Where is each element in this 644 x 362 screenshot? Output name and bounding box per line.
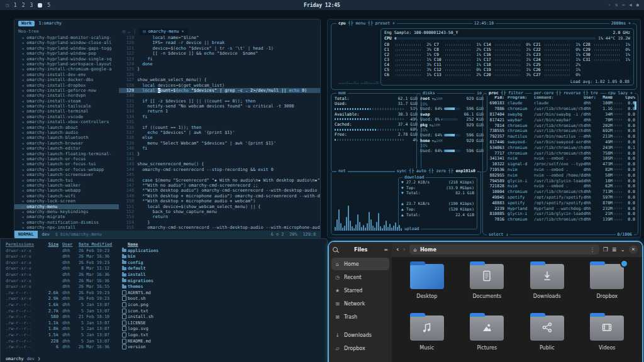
core-row[interactable]: C21% <box>384 52 431 57</box>
tree-item[interactable]: ▪omarchy-lock-screen <box>14 199 119 204</box>
file-row[interactable]: drwxr-xr-xdhh26 Mar 16:55themes <box>6 284 327 290</box>
net-graph-bar[interactable] <box>369 212 370 231</box>
net-graph-bar[interactable] <box>338 209 340 231</box>
disk-used-row[interactable]: Used: 64%596 GiB <box>420 106 484 112</box>
core-row[interactable]: C311% <box>583 57 630 62</box>
net-graph-bar[interactable] <box>335 227 336 231</box>
back-button[interactable]: ‹ <box>396 246 399 253</box>
core-row[interactable]: C211% <box>533 42 580 47</box>
proc-row[interactable]: 792357nautilus/usr/bin/nautilus --nedhh2… <box>483 134 638 140</box>
code-line[interactable]: 150 *"With desktop + microphone audio + … <box>119 199 320 204</box>
mem-stat[interactable]: Available:30.3 GiB <box>335 112 418 117</box>
code-line[interactable]: 133 return 1 <box>119 109 320 114</box>
proc-row[interactable]: 10004chromium/usr/lib/chromium/chrodhh71… <box>483 189 638 195</box>
core-row[interactable]: C120% <box>434 67 481 72</box>
folder-item-public[interactable]: Public <box>517 312 577 362</box>
proc-row[interactable]: 534863chromium/usr/lib/chromium/chrodhh2… <box>483 145 638 150</box>
disk-io-label[interactable]: IO% <box>420 102 484 106</box>
core-column[interactable]: C281%C290%C301%C311% <box>583 42 630 77</box>
net-graph-bar[interactable] <box>340 223 341 231</box>
core-row[interactable]: C171% <box>484 57 531 62</box>
new-folder-button[interactable]: ❐ <box>603 246 608 253</box>
net-graph-bar[interactable] <box>353 228 355 231</box>
code-line[interactable]: 138 else <box>119 135 320 140</box>
updates-icon[interactable]: ⇅ <box>615 3 618 8</box>
code-line[interactable]: 146 case $(menu "Screenrecord" "▪ With n… <box>119 178 320 183</box>
code-line[interactable]: 131 if [[ -z $devices ]] || ((count == 0… <box>119 99 320 104</box>
net-stat-line[interactable]: ▲Top:(520 Kibps) <box>401 207 474 212</box>
tree-item[interactable]: ▪omarchy-menu-keybindings <box>14 209 119 214</box>
session-badge[interactable]: Work <box>18 21 35 26</box>
folder-item-dropbox[interactable]: Dropbox <box>577 261 638 312</box>
kebab-menu-icon[interactable]: ⋮ <box>590 247 595 253</box>
core-row[interactable]: C31% <box>384 57 431 62</box>
tree-item[interactable]: ▪omarchy-launch-or-focus <box>14 156 119 162</box>
sidebar-item-network[interactable]: ⊞Network <box>331 297 389 310</box>
net-graph-bar[interactable] <box>391 228 392 231</box>
net-graph-bar[interactable] <box>342 228 343 231</box>
folder-item-music[interactable]: Music <box>397 312 457 362</box>
net-stat-line[interactable]: ▼Top:(33.9 Mibps) <box>401 185 474 191</box>
code-line[interactable]: 151 local device=$(show_webcam_select_me… <box>119 204 320 209</box>
tree-item[interactable]: ▪omarchy-launch-bluetooth <box>14 135 119 140</box>
disk-io-label[interactable]: IO% <box>420 143 484 148</box>
buffer-close-icon[interactable]: × <box>182 29 184 34</box>
core-row[interactable]: C191% <box>484 67 531 72</box>
core-row[interactable]: C132% <box>434 72 481 77</box>
core-row[interactable]: C261% <box>533 67 580 72</box>
tree-item[interactable]: ▪omarchy-launch-browser <box>14 141 119 146</box>
tree-item[interactable]: ▪omarchy-hyprland-workspace-layout <box>14 62 119 67</box>
disks-chip[interactable]: disks <box>421 90 437 96</box>
core-row[interactable]: C111% <box>434 62 481 67</box>
proc-row[interactable]: 48883spotify/opt/spotify/spotifydhh870M0… <box>483 200 638 206</box>
core-row[interactable]: C82% <box>434 47 481 52</box>
net-graph-bar[interactable] <box>344 226 345 231</box>
proc-sort-chip[interactable]: cpu lazy + <box>606 90 635 96</box>
tree-item[interactable]: ▪omarchy-hyprland-window-single-sq <box>14 57 119 62</box>
proc-row[interactable]: 817421waybar/usr/bin/waybardhh70M0.0 <box>483 117 638 123</box>
proc-row[interactable]: 7717chromium/usr/lib/chromium/chrodhh758… <box>483 150 638 156</box>
core-row[interactable]: C91% <box>434 52 481 57</box>
proc-row[interactable]: 817404swaybg/usr/bin/swaybg -i /hodhh34M… <box>483 112 638 118</box>
tree-item[interactable]: ▪omarchy-launch-audio <box>14 130 119 135</box>
code-line[interactable]: 123 fi <box>119 57 320 62</box>
core-row[interactable]: C252% <box>533 62 580 67</box>
core-row[interactable]: C241% <box>533 57 580 62</box>
net-stat-line[interactable]: ▲Total:22.4 GiB <box>401 212 474 218</box>
view-options-chevron[interactable]: ⌄ <box>620 246 625 253</box>
file-row[interactable]: drwxr-xr-xdhh 8 Mar 11:12default <box>6 266 327 272</box>
net-chip[interactable]: net <box>336 168 348 174</box>
code-line[interactable]: 145 <box>119 172 320 177</box>
code-line[interactable]: 143show_screenrecord_menu() { <box>119 162 320 167</box>
tree-item[interactable]: ▪omarchy-install-xbox-controllers <box>14 119 119 124</box>
code-line[interactable]: 124 done <box>119 62 320 67</box>
proc-row[interactable]: 810885glycin-i/usr/lib/glycin-loaderdhh2… <box>483 211 638 217</box>
menu-icon[interactable]: ≡ <box>384 247 388 253</box>
net-graph-bar[interactable] <box>370 219 372 231</box>
proc-row[interactable]: 719536nvimnvim --embed .dhh82M0.0 <box>483 167 638 173</box>
mem-stat[interactable]: Free:2.78 GiB <box>335 132 418 137</box>
file-row[interactable]: drwxr-xr-xdhh26 Feb 19:23config <box>6 260 327 266</box>
net-graph-bar[interactable] <box>359 222 360 231</box>
net-graph-bar[interactable] <box>350 221 351 231</box>
core-row[interactable]: C101% <box>434 57 481 62</box>
file-row[interactable]: .rw-r--r--1.5kdhh 5 Jan 13:07logo.txt <box>6 332 327 339</box>
file-row[interactable]: .rw-r--r--1.1kdhh 5 Jan 13:07LICENSE <box>6 321 327 327</box>
core-column[interactable]: C211%C220%C231%C241%C252%C261%C270% <box>533 42 580 77</box>
proc-row[interactable]: 341341nvimnvim --embed .dhh105M0.0 <box>483 156 638 162</box>
net-stat-line[interactable]: ▲23.7 KiB/s(190 Kibps) <box>401 201 474 207</box>
disk-name-row[interactable]: home▼▲16M929 GiB <box>420 138 484 143</box>
tree-item[interactable]: ▪omarchy-install-nordvpn <box>14 93 119 98</box>
core-row[interactable]: C301% <box>583 52 630 57</box>
file-row[interactable]: .rwxr-xr-x2.9kdhh26 Feb 19:23boot.sh <box>6 296 327 302</box>
file-row[interactable]: drwxr-xr-xdhh26 Mar 16:36migrations <box>6 278 327 285</box>
net-graph-bar[interactable] <box>361 227 362 231</box>
code-line[interactable]: 142 <box>119 156 320 162</box>
code-line[interactable]: 121 device=$(echo "$device" | tr -s '\t'… <box>119 46 320 51</box>
proc-row[interactable]: 721828nvimnvim --embed .dhh62M0.0 <box>483 184 638 189</box>
chevron-left-icon[interactable]: ‹ <box>608 3 611 8</box>
proc-row[interactable]: 817446swayosd-/usr/bin/swayosd-servedhh4… <box>483 140 638 145</box>
code-line[interactable]: 141} <box>119 151 320 156</box>
sidebar-separator[interactable] <box>329 324 392 328</box>
mem-stat[interactable]: Used:31.7 GiB <box>335 101 418 106</box>
